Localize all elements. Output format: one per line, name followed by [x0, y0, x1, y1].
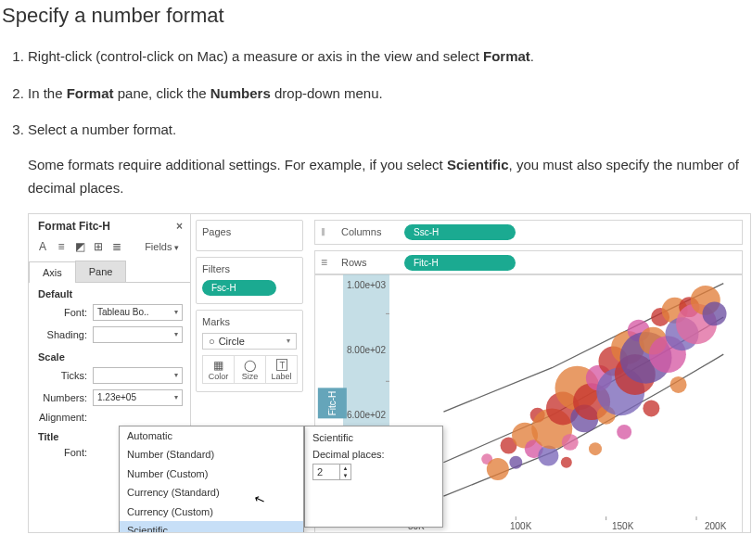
marks-title: Marks — [202, 316, 297, 327]
rows-icon: ≡ — [321, 256, 334, 269]
numbers-dropdown[interactable]: 1.23e+05 — [93, 389, 183, 406]
svg-point-31 — [703, 301, 727, 325]
font-dropdown[interactable]: Tableau Bo.. — [93, 304, 183, 321]
pages-title: Pages — [202, 226, 297, 237]
decimal-places-spinner[interactable]: 2 ▲ ▼ — [312, 464, 351, 480]
filters-title: Filters — [202, 263, 297, 274]
format-tabs: Axis Pane — [29, 261, 190, 283]
numbers-label: Numbers: — [36, 392, 87, 403]
tab-pane[interactable]: Pane — [75, 261, 127, 282]
format-toolbar: A ≡ ◩ ⊞ ≣ Fields — [29, 236, 190, 257]
step-2-b1: Format — [67, 85, 114, 101]
marks-color-card[interactable]: ▦ Color — [202, 355, 235, 384]
step-3-note-pre: Some formats require additional settings… — [28, 157, 447, 172]
step-2-post: drop-down menu. — [271, 85, 383, 101]
svg-point-36 — [670, 375, 687, 392]
rows-shelf[interactable]: ≡ Rows Fitc-H — [314, 250, 743, 275]
step-3-note-bold: Scientific — [447, 157, 509, 172]
step-2-b2: Numbers — [210, 85, 271, 101]
spinner-up-icon[interactable]: ▲ — [340, 465, 351, 472]
align-icon[interactable]: ≡ — [55, 240, 68, 253]
columns-pill-ssc-h[interactable]: Ssc-H — [404, 224, 516, 240]
pages-shelf[interactable]: Pages — [196, 220, 303, 251]
y-tick-2: 6.00e+02 — [347, 410, 386, 420]
x-tick-3: 200K — [705, 521, 726, 531]
borders-icon[interactable]: ⊞ — [92, 240, 105, 253]
step-3: Select a number format. Some formats req… — [28, 118, 752, 200]
svg-point-32 — [561, 456, 572, 467]
font-value: Tableau Bo.. — [97, 307, 149, 317]
app-screenshot: Format Fitc-H × A ≡ ◩ ⊞ ≣ Fields Axis Pa… — [28, 213, 751, 533]
label-icon: 🅃 — [266, 359, 297, 372]
fields-dropdown[interactable]: Fields — [141, 240, 183, 253]
shading-icon[interactable]: ◩ — [73, 240, 86, 253]
y-tick-0: 1.00e+03 — [347, 280, 386, 290]
instruction-list: Right-click (control-click on Mac) a mea… — [11, 45, 752, 200]
columns-shelf[interactable]: ⦀ Columns Ssc-H — [314, 220, 743, 245]
step-2-pre: In the — [28, 85, 67, 101]
tab-axis[interactable]: Axis — [29, 261, 76, 283]
ticks-label: Ticks: — [36, 370, 87, 381]
scientific-title: Scientific — [312, 432, 435, 443]
title-font-label: Font: — [36, 447, 87, 458]
font-letter-icon[interactable]: A — [36, 240, 49, 253]
number-format-list[interactable]: AutomaticNumber (Standard)Number (Custom… — [119, 426, 304, 533]
step-1-bold: Format — [483, 48, 530, 64]
marks-label-card[interactable]: 🅃 Label — [265, 355, 298, 384]
number-format-option[interactable]: Number (Custom) — [120, 465, 303, 484]
rows-pill-fitc-h[interactable]: Fitc-H — [404, 255, 516, 271]
number-format-option[interactable]: Currency (Custom) — [120, 503, 303, 522]
font-label: Font: — [36, 307, 87, 318]
x-tick-1: 100K — [510, 521, 531, 531]
shading-dropdown[interactable] — [93, 326, 183, 343]
mark-type-dropdown[interactable]: ○ Circle — [202, 333, 297, 350]
alignment-label: Alignment: — [36, 412, 87, 423]
close-icon[interactable]: × — [176, 220, 183, 233]
format-header: Format Fitc-H — [38, 220, 110, 233]
color-icon: ▦ — [203, 359, 234, 372]
rows-label: Rows — [341, 257, 397, 268]
lines-icon[interactable]: ≣ — [110, 240, 123, 253]
scientific-settings-panel: Scientific Decimal places: 2 ▲ ▼ — [304, 426, 443, 528]
svg-point-11 — [562, 433, 579, 450]
svg-point-34 — [617, 424, 631, 439]
circle-icon: ○ — [209, 336, 215, 347]
decimal-places-value: 2 — [313, 465, 339, 479]
page-title: Specify a number format — [2, 4, 752, 28]
section-scale: Scale — [29, 346, 190, 364]
step-3-text: Select a number format. — [28, 121, 176, 137]
filters-shelf[interactable]: Filters Fsc-H — [196, 257, 303, 304]
svg-point-2 — [487, 458, 509, 480]
filter-pill-fsc-h[interactable]: Fsc-H — [202, 280, 276, 296]
marks-shelf: Marks ○ Circle ▦ Color ◯ Size 🅃 Label — [196, 310, 303, 392]
svg-point-4 — [509, 455, 522, 468]
number-format-option[interactable]: Scientific — [120, 521, 303, 533]
marks-size-card[interactable]: ◯ Size — [234, 355, 266, 384]
y-axis-title: Fitc-H — [318, 388, 347, 419]
step-1-text: Right-click (control-click on Mac) a mea… — [28, 48, 483, 64]
y-tick-1: 8.00e+02 — [347, 345, 386, 355]
mark-type-value: Circle — [219, 336, 287, 347]
x-tick-2: 150K — [612, 521, 633, 531]
number-format-option[interactable]: Automatic — [120, 426, 303, 446]
marks-color-label: Color — [203, 372, 234, 381]
ticks-dropdown[interactable] — [93, 367, 183, 384]
numbers-value: 1.23e+05 — [97, 392, 136, 402]
number-format-option[interactable]: Currency (Standard) — [120, 483, 303, 503]
decimal-places-label: Decimal places: — [312, 449, 435, 460]
svg-point-33 — [589, 442, 602, 455]
section-default: Default — [29, 283, 190, 301]
step-3-note: Some formats require additional settings… — [28, 153, 752, 200]
number-format-option[interactable]: Number (Standard) — [120, 445, 303, 465]
columns-label: Columns — [341, 226, 397, 237]
step-2: In the Format pane, click the Numbers dr… — [28, 82, 752, 106]
columns-icon: ⦀ — [321, 225, 334, 238]
spinner-down-icon[interactable]: ▼ — [340, 472, 351, 479]
svg-point-35 — [643, 400, 659, 416]
step-2-mid: pane, click the — [114, 85, 210, 101]
step-1-post: . — [530, 48, 534, 64]
size-icon: ◯ — [235, 359, 265, 372]
shading-label: Shading: — [36, 329, 87, 340]
marks-label-label: Label — [266, 372, 297, 381]
marks-size-label: Size — [235, 372, 265, 381]
